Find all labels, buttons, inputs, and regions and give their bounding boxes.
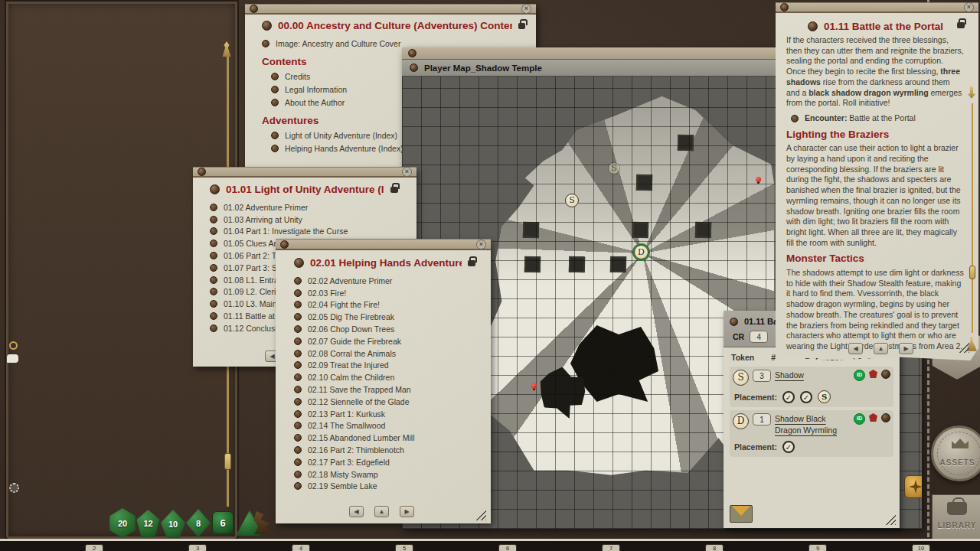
close-icon[interactable]: × — [521, 4, 531, 14]
lock-icon[interactable] — [390, 187, 398, 193]
link-orb-button[interactable] — [881, 413, 890, 422]
index-link[interactable]: 02.12 Siennelle of the Glade — [294, 396, 483, 408]
id-badge[interactable]: ID — [854, 370, 865, 381]
link-bullet-icon[interactable] — [294, 313, 302, 321]
hotkey-slot[interactable]: 2 — [85, 544, 103, 551]
index-link[interactable]: 01.02 Adventure Primer — [210, 201, 409, 214]
encounter-link[interactable]: Encounter: Battle at the Portal — [786, 113, 964, 124]
link-bullet-icon[interactable] — [294, 350, 302, 357]
link-bullet-icon[interactable] — [294, 471, 302, 478]
map-token-shadow[interactable]: S — [565, 194, 579, 207]
link-bullet-icon[interactable] — [210, 227, 217, 235]
map-red-pin[interactable] — [756, 177, 761, 182]
link-bullet-icon[interactable] — [294, 422, 302, 429]
nav-left-button[interactable]: ◀ — [848, 343, 863, 354]
record-pin-icon[interactable] — [210, 184, 220, 194]
chat-bubble-icon[interactable] — [7, 354, 18, 363]
ring-icon[interactable] — [9, 341, 18, 350]
nav-left-button[interactable]: ◀ — [349, 506, 364, 517]
resize-grip[interactable] — [475, 509, 486, 520]
link-bullet-icon[interactable] — [294, 458, 302, 466]
link-bullet-icon[interactable] — [271, 99, 279, 106]
index-link[interactable]: 02.10 Calm the Children — [294, 371, 483, 383]
link-bullet-icon[interactable] — [791, 115, 799, 122]
index-link[interactable]: 02.03 Fire! — [294, 287, 483, 299]
lock-icon[interactable] — [957, 22, 965, 28]
index-link[interactable]: 02.14 The Smallwood — [294, 420, 483, 432]
index-link[interactable]: 01.03 Arriving at Unity — [210, 214, 409, 226]
record-pin-icon[interactable] — [410, 64, 418, 72]
window-pin-button[interactable] — [780, 3, 789, 11]
link-bullet-icon[interactable] — [210, 276, 217, 284]
link-orb-button[interactable] — [881, 370, 890, 379]
hotkey-slot[interactable]: 5 — [395, 544, 413, 551]
index-link[interactable]: 02.06 Chop Down Trees — [294, 323, 483, 335]
story-scrollbar-track[interactable] — [972, 103, 973, 333]
link-bullet-icon[interactable] — [294, 337, 302, 345]
link-bullet-icon[interactable] — [262, 40, 270, 47]
index-link[interactable]: 02.08 Corral the Animals — [294, 347, 483, 360]
window-pin-button[interactable] — [198, 168, 206, 176]
link-bullet-icon[interactable] — [294, 386, 302, 393]
link-bullet-icon[interactable] — [210, 300, 217, 308]
index-link[interactable]: 02.04 Fight the Fire! — [294, 299, 483, 311]
npc-name-field[interactable]: Shadow — [775, 370, 850, 382]
link-bullet-icon[interactable] — [294, 361, 302, 369]
nav-right-button[interactable]: ▶ — [400, 506, 414, 517]
story-scrollbar-thumb[interactable] — [969, 266, 975, 279]
npc-name-field[interactable]: Shadow Black Dragon Wyrmling — [775, 413, 850, 436]
record-pin-icon[interactable] — [262, 21, 272, 31]
window-pin-button[interactable] — [250, 5, 258, 13]
close-icon[interactable]: × — [476, 240, 486, 249]
link-bullet-icon[interactable] — [271, 132, 279, 139]
hotkey-slot[interactable]: 7 — [602, 544, 620, 551]
index-link[interactable]: 01.04 Part 1: Investigate the Curse — [210, 226, 409, 238]
hotkey-slot[interactable]: 10 — [912, 544, 930, 551]
link-bullet-icon[interactable] — [271, 86, 279, 93]
index-link[interactable]: 02.16 Part 2: Thimblenotch — [294, 444, 483, 456]
close-icon[interactable]: × — [402, 167, 412, 177]
placement-check-icon[interactable]: ✓ — [782, 391, 795, 403]
link-bullet-icon[interactable] — [271, 73, 279, 80]
link-bullet-icon[interactable] — [294, 482, 302, 490]
link-bullet-icon[interactable] — [294, 398, 302, 406]
cr-input[interactable]: 4 — [750, 331, 768, 343]
index-link[interactable]: 02.07 Guide the Firebreak — [294, 335, 483, 347]
hotkey-slot[interactable]: 9 — [808, 544, 827, 551]
nav-up-button[interactable]: ▲ — [374, 506, 389, 517]
link-bullet-icon[interactable] — [210, 240, 217, 247]
nav-right-button[interactable]: ▶ — [899, 343, 913, 354]
link-bullet-icon[interactable] — [294, 277, 302, 285]
link-bullet-icon[interactable] — [294, 301, 302, 308]
link-bullet-icon[interactable] — [294, 289, 302, 297]
index-link[interactable]: 02.09 Treat the Injured — [294, 360, 483, 372]
record-pin-icon[interactable] — [808, 21, 818, 31]
close-icon[interactable]: × — [964, 2, 974, 12]
nav-up-button[interactable]: ▲ — [874, 343, 888, 354]
die-d6[interactable]: 6 — [212, 511, 234, 534]
placement-check-icon[interactable]: ✓ — [800, 391, 812, 403]
map-red-pin[interactable] — [531, 383, 537, 389]
link-bullet-icon[interactable] — [294, 446, 302, 454]
record-pin-icon[interactable] — [294, 258, 304, 268]
link-bullet-icon[interactable] — [294, 434, 302, 442]
hotkey-slot[interactable]: 6 — [498, 544, 517, 551]
token-shadow[interactable]: S — [733, 370, 749, 386]
id-badge[interactable]: ID — [854, 413, 865, 425]
index-link[interactable]: 02.13 Part 1: Kurkusk — [294, 408, 483, 420]
placement-token[interactable]: S — [818, 390, 831, 403]
index-link[interactable]: 02.02 Adventure Primer — [294, 275, 483, 287]
link-bullet-icon[interactable] — [210, 216, 217, 223]
count-input[interactable]: 3 — [753, 370, 771, 382]
index-link[interactable]: 02.19 Semble Lake — [294, 481, 483, 493]
index-link[interactable]: 02.18 Misty Swamp — [294, 468, 483, 481]
link-bullet-icon[interactable] — [210, 324, 217, 332]
link-bullet-icon[interactable] — [210, 288, 217, 295]
resize-grip[interactable] — [884, 514, 896, 525]
gear-icon[interactable] — [9, 483, 19, 493]
assets-button[interactable]: ASSETS — [931, 425, 980, 481]
link-bullet-icon[interactable] — [210, 264, 217, 272]
index-link[interactable]: 02.17 Part 3: Edgefield — [294, 456, 483, 468]
lock-icon[interactable] — [518, 23, 525, 29]
window-pin-button[interactable] — [280, 240, 289, 249]
